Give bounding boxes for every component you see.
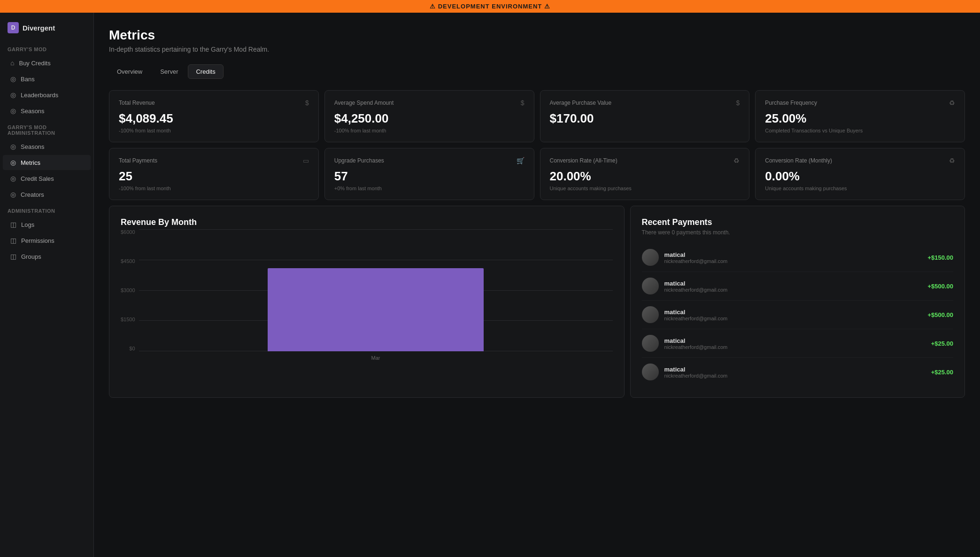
sidebar-label-creators: Creators — [21, 191, 44, 198]
brand-icon: D — [8, 22, 19, 33]
permissions-icon: ◫ — [10, 237, 16, 244]
stat-label-upgrade-purchases: Upgrade Purchases — [334, 157, 384, 164]
page-title: Metrics — [109, 28, 965, 43]
payment-email-1: nickreatherford@gmail.com — [664, 258, 922, 264]
payment-email-3: nickreatherford@gmail.com — [664, 316, 922, 321]
tab-overview[interactable]: Overview — [109, 64, 150, 79]
stat-avg-spend: Average Spend Amount $ $4,250.00 -100% f… — [324, 90, 534, 142]
payment-amount-3: +$500.00 — [927, 311, 953, 318]
payment-name-3: matical — [664, 309, 922, 316]
sidebar: D Divergent Garry's Mod ⌂ Buy Credits ◎ … — [0, 13, 94, 557]
stat-value-conversion-monthly: 0.00% — [765, 169, 955, 184]
stat-conversion-alltime: Conversion Rate (All-Time) ♻ 20.00% Uniq… — [540, 148, 750, 200]
dollar-icon-1: $ — [305, 99, 309, 107]
y-label-3000: $3000 — [121, 287, 135, 293]
payment-item-3: matical nickreatherford@gmail.com +$500.… — [642, 301, 953, 329]
sidebar-label-gm-seasons: Seasons — [21, 143, 45, 150]
chart-panel: Revenue By Month $6000 $4500 $3000 $1500… — [109, 206, 625, 398]
tab-server[interactable]: Server — [152, 64, 186, 79]
avatar-5 — [642, 364, 659, 380]
sidebar-item-permissions[interactable]: ◫ Permissions — [3, 233, 91, 248]
cart-icon: 🛒 — [517, 157, 525, 164]
sidebar-label-groups: Groups — [21, 253, 41, 260]
payments-title: Recent Payments — [642, 217, 953, 227]
payment-info-5: matical nickreatherford@gmail.com — [664, 366, 926, 379]
sidebar-label-logs: Logs — [21, 221, 34, 228]
chart-title: Revenue By Month — [121, 217, 613, 227]
credit-sales-icon: ◎ — [10, 175, 16, 182]
payment-info-1: matical nickreatherford@gmail.com — [664, 251, 922, 264]
seasons-icon: ◎ — [10, 107, 16, 115]
avatar-3 — [642, 306, 659, 323]
sidebar-label-metrics: Metrics — [21, 159, 40, 166]
section-label-gm-admin: Garry's Mod Administration — [0, 119, 93, 139]
stat-purchase-freq: Purchase Frequency ♻ 25.00% Completed Tr… — [755, 90, 965, 142]
stat-label-purchase-freq: Purchase Frequency — [765, 100, 817, 106]
stat-note-conversion-monthly: Unique accounts making purchases — [765, 186, 955, 191]
brand-label: Divergent — [23, 24, 55, 32]
avatar-2 — [642, 278, 659, 294]
stat-value-total-revenue: $4,089.45 — [119, 111, 309, 126]
stats-row-2: Total Payments ▭ 25 -100% from last mont… — [109, 148, 965, 200]
recycle-icon-3: ♻ — [949, 157, 955, 164]
payment-name-4: matical — [664, 337, 926, 344]
payment-item-2: matical nickreatherford@gmail.com +$500.… — [642, 272, 953, 301]
stat-upgrade-purchases: Upgrade Purchases 🛒 57 +0% from last mon… — [324, 148, 534, 200]
tabs: Overview Server Credits — [109, 64, 965, 79]
sidebar-item-credit-sales[interactable]: ◎ Credit Sales — [3, 171, 91, 186]
payment-name-1: matical — [664, 251, 922, 258]
stat-change-total-payments: -100% from last month — [119, 186, 309, 191]
home-icon: ⌂ — [10, 59, 14, 67]
sidebar-item-groups[interactable]: ◫ Groups — [3, 249, 91, 264]
payment-info-4: matical nickreatherford@gmail.com — [664, 337, 926, 350]
payment-name-5: matical — [664, 366, 926, 373]
sidebar-item-creators[interactable]: ◎ Creators — [3, 187, 91, 202]
sidebar-label-permissions: Permissions — [21, 237, 54, 244]
main-content: Metrics In-depth statistics pertaining t… — [94, 13, 980, 557]
sidebar-item-bans[interactable]: ◎ Bans — [3, 71, 91, 86]
sidebar-item-buy-credits[interactable]: ⌂ Buy Credits — [3, 55, 91, 70]
stat-label-conversion-alltime: Conversion Rate (All-Time) — [550, 157, 617, 164]
stat-label-conversion-monthly: Conversion Rate (Monthly) — [765, 157, 832, 164]
sidebar-item-logs[interactable]: ◫ Logs — [3, 217, 91, 232]
stat-value-avg-spend: $4,250.00 — [334, 111, 525, 126]
payment-amount-1: +$150.00 — [927, 254, 953, 261]
stat-value-avg-purchase: $170.00 — [550, 111, 740, 126]
stat-label-total-payments: Total Payments — [119, 157, 157, 164]
section-label-garrysmod: Garry's Mod — [0, 41, 93, 55]
dollar-icon-3: $ — [736, 99, 740, 107]
dev-banner: ⚠ DEVELOPMENT ENVIRONMENT ⚠ — [0, 0, 980, 13]
stat-total-revenue: Total Revenue $ $4,089.45 -100% from las… — [109, 90, 319, 142]
stat-label-total-revenue: Total Revenue — [119, 100, 155, 106]
sidebar-item-gm-seasons[interactable]: ◎ Seasons — [3, 139, 91, 154]
y-label-4500: $4500 — [121, 258, 135, 264]
groups-icon: ◫ — [10, 253, 16, 260]
stat-value-total-payments: 25 — [119, 169, 309, 184]
y-label-1500: $1500 — [121, 317, 135, 322]
payment-email-4: nickreatherford@gmail.com — [664, 344, 926, 350]
stat-avg-purchase: Average Purchase Value $ $170.00 — [540, 90, 750, 142]
sidebar-item-metrics[interactable]: ◎ Metrics — [3, 155, 91, 170]
avatar-1 — [642, 249, 659, 266]
chart-bars — [139, 229, 613, 351]
stat-change-total-revenue: -100% from last month — [119, 128, 309, 133]
stats-row-1: Total Revenue $ $4,089.45 -100% from las… — [109, 90, 965, 142]
stat-note-conversion-alltime: Unique accounts making purchases — [550, 186, 740, 191]
stat-conversion-monthly: Conversion Rate (Monthly) ♻ 0.00% Unique… — [755, 148, 965, 200]
sidebar-item-leaderboards[interactable]: ◎ Leaderboards — [3, 87, 91, 102]
tab-credits[interactable]: Credits — [188, 64, 223, 79]
payment-email-5: nickreatherford@gmail.com — [664, 373, 926, 379]
chart-area: $6000 $4500 $3000 $1500 $0 — [121, 229, 613, 361]
stat-label-avg-spend: Average Spend Amount — [334, 100, 394, 106]
payments-subtitle: There were 0 payments this month. — [642, 229, 953, 236]
sidebar-item-seasons[interactable]: ◎ Seasons — [3, 103, 91, 118]
stat-change-upgrade-purchases: +0% from last month — [334, 186, 525, 191]
chart-x-labels: Mar — [139, 355, 613, 361]
stat-value-conversion-alltime: 20.00% — [550, 169, 740, 184]
chart-bars-area: Mar — [139, 229, 613, 361]
x-label-mar: Mar — [371, 355, 380, 361]
sidebar-label-credit-sales: Credit Sales — [21, 175, 54, 182]
avatar-4 — [642, 335, 659, 352]
sidebar-label-buy-credits: Buy Credits — [19, 60, 50, 67]
y-label-6000: $6000 — [121, 229, 135, 235]
